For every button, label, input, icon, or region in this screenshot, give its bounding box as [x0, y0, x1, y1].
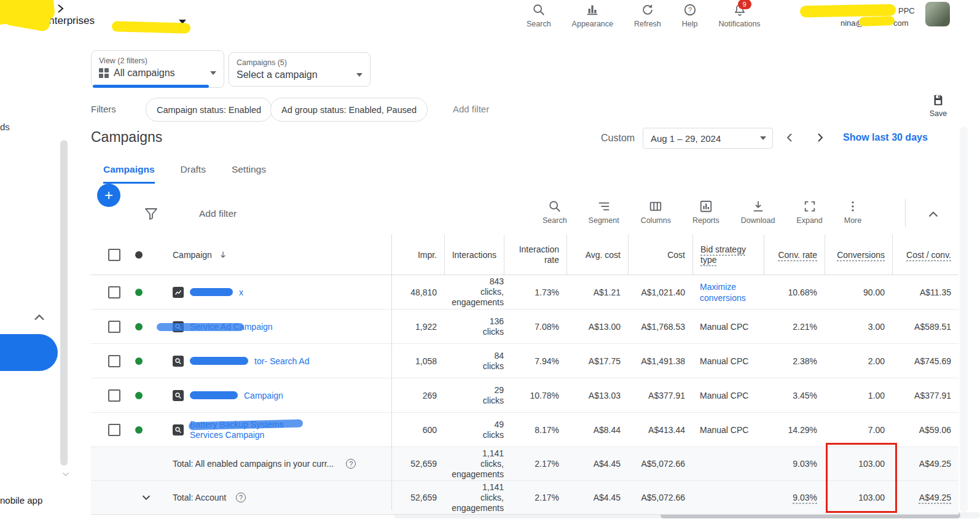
impr-column-header[interactable]: Impr.: [391, 235, 444, 275]
status-column-icon[interactable]: [135, 251, 143, 259]
bid-strategy-cell: Manual CPC: [692, 378, 764, 412]
table-collapse-chevron-up-icon[interactable]: [925, 206, 941, 222]
sidebar-collapse-chevron-up-icon[interactable]: [31, 309, 48, 326]
cost-conv-cell: A$589.51: [892, 310, 958, 343]
show-last-30-days-link[interactable]: Show last 30 days: [843, 132, 928, 143]
campaign-selector-caption: Campaigns (5): [237, 58, 363, 67]
impr-cell: 1,058: [391, 344, 444, 378]
conv-rate-cell: 9.03%: [764, 447, 825, 480]
avg-cost-cell: A$4.45: [566, 481, 628, 514]
filter-pill-campaign-status[interactable]: Campaign status: Enabled: [146, 98, 272, 122]
conversions-column-header[interactable]: Conversions: [825, 235, 892, 275]
row-checkbox[interactable]: [108, 355, 120, 367]
date-range-value: Aug 1 – 29, 2024: [651, 133, 721, 144]
sidebar-cut-text-bottom[interactable]: nobile app: [0, 495, 42, 506]
interactions-cell: 843clicks,engagements: [444, 275, 504, 309]
topbar-help-button[interactable]: ? Help: [682, 2, 698, 28]
sidebar-primary-button[interactable]: [0, 334, 58, 371]
vertical-scrollbar-track[interactable]: [960, 127, 968, 512]
toolbar-reports-button[interactable]: Reports: [692, 200, 719, 225]
cost-conv-cell: A$745.69: [892, 344, 958, 378]
tab-campaigns[interactable]: Campaigns: [103, 164, 155, 184]
date-next-chevron-icon[interactable]: [812, 130, 827, 145]
cost-cell: A$1,768.53: [628, 310, 692, 343]
table-row: tor- Search Ad 1,058 84clicks 7.94% A$17…: [91, 344, 958, 378]
search-icon: [548, 200, 562, 213]
sidebar-scrollbar[interactable]: [60, 140, 68, 466]
interaction-rate-cell: 1.73%: [504, 275, 566, 309]
toolbar-search-button[interactable]: Search: [543, 200, 567, 225]
campaign-link[interactable]: x: [239, 287, 243, 297]
table-row: x 48,810 843clicks,engagements 1.73% A$1…: [91, 275, 958, 310]
row-checkbox[interactable]: [108, 286, 120, 299]
cost-column-header[interactable]: Cost: [628, 235, 692, 275]
help-circle-icon[interactable]: [346, 459, 356, 469]
cost-conv-column-header[interactable]: Cost / conv.: [892, 235, 958, 275]
avatar[interactable]: [925, 2, 950, 26]
status-enabled-dot[interactable]: [135, 392, 143, 399]
interactions-cell: 136clicks: [444, 310, 504, 343]
bid-strategy-column-header[interactable]: Bid strategy type: [692, 235, 764, 275]
cost-cell: A$377.91: [628, 378, 692, 412]
sort-descending-icon: [218, 250, 228, 260]
toolbar-download-button[interactable]: Download: [741, 200, 775, 225]
breadcrumb-chevron-icon[interactable]: [54, 2, 66, 15]
help-circle-icon[interactable]: [236, 493, 246, 502]
status-enabled-dot[interactable]: [135, 323, 143, 330]
save-icon: [931, 93, 945, 107]
campaign-selector[interactable]: Campaigns (5) Select a campaign: [229, 52, 370, 87]
tab-drafts[interactable]: Drafts: [181, 164, 206, 184]
campaign-link[interactable]: tor- Search Ad: [254, 356, 310, 366]
topbar-appearance-button[interactable]: Appearance: [572, 2, 613, 28]
cost-cell: A$5,072.66: [628, 481, 692, 514]
interactions-cell: 84clicks: [444, 344, 504, 378]
conversions-cell: 90.00: [825, 275, 892, 309]
campaign-column-header[interactable]: Campaign: [163, 235, 391, 275]
add-campaign-button[interactable]: [97, 184, 120, 207]
status-enabled-dot[interactable]: [135, 289, 143, 296]
tab-settings[interactable]: Settings: [232, 164, 266, 184]
toolbar-expand-button[interactable]: Expand: [796, 200, 822, 225]
expand-total-chevron-down-icon[interactable]: [139, 491, 153, 504]
conv-rate-cell: 3.45%: [764, 378, 825, 412]
sidebar-scroll-down-chevron-icon[interactable]: [60, 469, 71, 480]
add-filter-link[interactable]: Add filter: [453, 104, 489, 114]
date-prev-chevron-icon[interactable]: [783, 130, 798, 145]
interaction-rate-cell: 8.17%: [504, 413, 566, 447]
filter-funnel-icon[interactable]: [144, 206, 159, 221]
status-enabled-dot[interactable]: [135, 426, 143, 434]
topbar-search-button[interactable]: Search: [527, 2, 551, 28]
avg-cost-column-header[interactable]: Avg. cost: [566, 235, 628, 275]
svg-text:?: ?: [688, 6, 692, 14]
status-enabled-dot[interactable]: [135, 357, 143, 365]
row-checkbox[interactable]: [108, 424, 120, 436]
table-header-row: Campaign Impr. Interactions Interaction …: [91, 235, 958, 275]
toolbar-add-filter[interactable]: Add filter: [199, 208, 237, 219]
redaction-blue-campaign-name: [190, 288, 233, 296]
interaction-rate-column-header[interactable]: Interaction rate: [504, 235, 566, 275]
cost-cell: A$5,072.66: [628, 447, 692, 480]
row-checkbox[interactable]: [108, 389, 120, 402]
topbar-refresh-button[interactable]: Refresh: [634, 2, 661, 28]
toolbar-segment-button[interactable]: Segment: [589, 200, 619, 225]
bid-strategy-cell[interactable]: Maximize conversions: [692, 275, 764, 309]
filter-pill-adgroup-status[interactable]: Ad group status: Enabled, Paused: [270, 98, 428, 122]
toolbar-columns-label: Columns: [641, 216, 671, 225]
toolbar-more-button[interactable]: More: [844, 200, 861, 225]
row-checkbox[interactable]: [108, 321, 120, 333]
date-range-selector[interactable]: Aug 1 – 29, 2024: [643, 128, 773, 149]
toolbar-columns-button[interactable]: Columns: [641, 200, 671, 225]
avg-cost-cell: A$17.75: [566, 344, 628, 378]
impr-cell: 48,810: [391, 275, 444, 309]
total-account-label: Total: Account: [173, 493, 226, 502]
view-selector[interactable]: View (2 filters) All campaigns: [91, 50, 224, 88]
campaign-link[interactable]: Campaign: [244, 391, 283, 400]
conv-rate-column-header[interactable]: Conv. rate: [764, 235, 825, 275]
select-all-checkbox[interactable]: [108, 249, 120, 261]
campaign-link-line2[interactable]: Services Campaign: [190, 430, 284, 440]
topbar-notifications-button[interactable]: 9 Notifications: [719, 2, 761, 28]
save-button[interactable]: Save: [924, 93, 952, 118]
interactions-column-header[interactable]: Interactions: [444, 235, 504, 275]
impr-cell: 600: [391, 413, 444, 447]
topbar-help-label: Help: [682, 20, 698, 28]
